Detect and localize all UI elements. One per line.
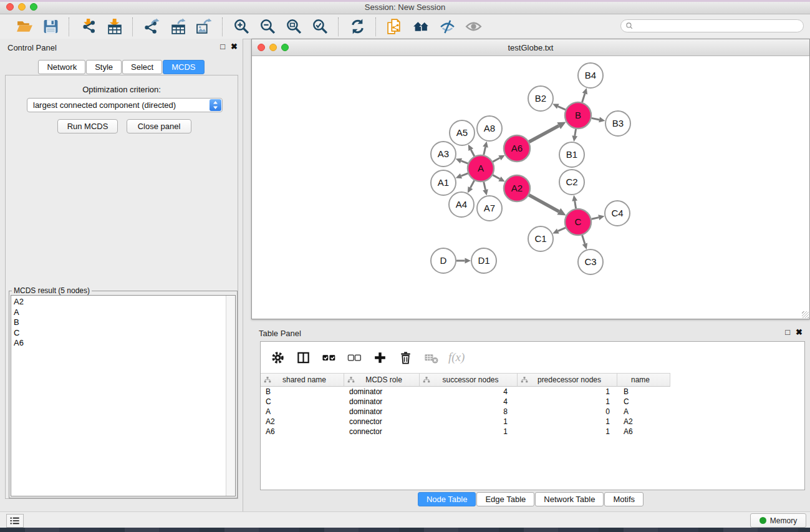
edge-B-B3[interactable] [592, 118, 600, 120]
select-all-button[interactable] [321, 349, 337, 365]
window-title: Session: New Session [0, 2, 810, 12]
open-network-file-button[interactable] [384, 17, 405, 36]
mcds-result-item[interactable]: A [14, 307, 235, 318]
zoom-in-button[interactable] [231, 17, 252, 36]
zoom-selected-button[interactable] [309, 17, 330, 36]
optimization-criterion-select[interactable]: largest connected component (directed) [27, 98, 223, 112]
mcds-result-item[interactable]: C [14, 328, 235, 339]
table-row[interactable]: Cdominator41C [261, 397, 804, 407]
tab-mcds[interactable]: MCDS [163, 60, 204, 74]
search-box[interactable] [620, 19, 804, 32]
cell-shared-name: A2 [261, 417, 344, 427]
network-title: testGlobe.txt [252, 43, 809, 52]
mcds-result-list[interactable]: A2ABCA6 [11, 295, 236, 496]
gear-button[interactable] [269, 349, 286, 365]
edge-A2-C[interactable] [529, 195, 559, 211]
result-scrollbar[interactable] [226, 296, 235, 496]
resize-grip[interactable] [802, 311, 809, 318]
tab-style[interactable]: Style [86, 60, 122, 74]
edge-C-C3[interactable] [582, 235, 585, 244]
mcds-result-item[interactable]: A2 [14, 297, 235, 307]
mcds-result-item[interactable]: A6 [14, 338, 235, 349]
delete-columns-button[interactable] [397, 349, 413, 365]
node-label-B1: B1 [566, 149, 577, 160]
edge-C-C1[interactable] [558, 228, 566, 231]
save-session-button[interactable] [40, 17, 61, 36]
tab-select[interactable]: Select [122, 60, 162, 74]
open-session-button[interactable] [14, 17, 35, 36]
network-graph[interactable]: AA6A2BCA5A8A3A1A4A7B2B4B3B1C2C1C3C4DD1 [252, 56, 809, 319]
edge-C-C4[interactable] [591, 218, 599, 220]
table-panel: Table Panel □ ✖ f(x) shared nameMCDS rol… [251, 324, 810, 511]
tab-network-table[interactable]: Network Table [535, 492, 604, 506]
memory-button[interactable]: Memory [750, 513, 806, 528]
table-header-row: shared nameMCDS rolesuccessor nodesprede… [261, 373, 670, 387]
close-panel-icon[interactable]: ✖ [231, 42, 238, 51]
edge-A-A4[interactable] [470, 180, 474, 188]
edge-A-A8[interactable] [484, 147, 486, 155]
node-label-A6: A6 [511, 143, 523, 153]
table-row[interactable]: Adominator80A [261, 407, 804, 417]
status-bar: Memory [0, 511, 810, 528]
list-icon [10, 516, 20, 525]
float-table-panel-icon[interactable]: □ [785, 328, 790, 337]
tab-node-table[interactable]: Node Table [418, 492, 476, 506]
task-history-button[interactable] [6, 514, 24, 528]
import-network-button[interactable] [77, 17, 99, 36]
cell-successor-nodes: 1 [420, 427, 518, 437]
export-image-button[interactable] [193, 17, 215, 36]
node-label-B4: B4 [585, 70, 596, 80]
edge-B-B4[interactable] [582, 94, 585, 102]
app-titlebar: Session: New Session [0, 0, 810, 14]
edge-B-B1[interactable] [575, 129, 576, 136]
edge-A-A2[interactable] [493, 175, 499, 179]
zoom-out-button[interactable] [257, 17, 278, 36]
add-column-button[interactable] [372, 349, 388, 365]
close-table-panel-icon[interactable]: ✖ [796, 328, 803, 337]
table-row[interactable]: A6connector11A6 [261, 427, 804, 437]
table-row[interactable]: A2connector11A2 [261, 417, 804, 427]
show-all-button[interactable] [463, 17, 484, 36]
edge-A6-B[interactable] [529, 126, 559, 142]
main-toolbar [0, 14, 810, 39]
refresh-layout-button[interactable] [347, 17, 368, 36]
split-panel-button[interactable] [295, 349, 311, 365]
column-header-name[interactable]: name [617, 373, 670, 387]
search-input[interactable] [634, 22, 803, 31]
export-table-button[interactable] [167, 17, 188, 36]
cell-successor-nodes: 1 [420, 417, 518, 427]
network-window-titlebar[interactable]: testGlobe.txt [252, 39, 809, 56]
column-header-shared-name[interactable]: shared name [261, 373, 344, 387]
edge-A-A5[interactable] [471, 150, 475, 157]
tab-network[interactable]: Network [38, 60, 85, 74]
export-network-button[interactable] [141, 17, 162, 36]
zoom-fit-button[interactable] [283, 17, 304, 36]
control-panel-header: Control Panel □ ✖ [0, 39, 243, 56]
selected-criterion: largest connected component (directed) [33, 100, 176, 110]
edge-A-A1[interactable] [461, 173, 468, 176]
edge-A-A3[interactable] [461, 161, 468, 163]
hide-selected-button[interactable] [436, 17, 458, 36]
cell-name: A [617, 407, 670, 417]
tab-edge-table[interactable]: Edge Table [476, 492, 534, 506]
mcds-result-item[interactable]: B [14, 317, 235, 328]
edge-B-B2[interactable] [558, 107, 566, 110]
cell-shared-name: C [261, 397, 344, 407]
column-header-MCDS-role[interactable]: MCDS role [344, 373, 420, 387]
deselect-all-button[interactable] [346, 349, 362, 365]
float-panel-icon[interactable]: □ [220, 42, 225, 51]
import-table-button[interactable] [104, 17, 125, 36]
edge-C-C2[interactable] [575, 201, 576, 208]
home-button[interactable] [410, 17, 432, 36]
network-canvas[interactable]: AA6A2BCA5A8A3A1A4A7B2B4B3B1C2C1C3C4DD1 [252, 56, 809, 319]
tree-icon [344, 376, 355, 384]
close-panel-button[interactable]: Close panel [127, 119, 191, 133]
table-row[interactable]: Bdominator41B [261, 387, 804, 397]
node-label-A4: A4 [456, 199, 467, 210]
column-header-successor-nodes[interactable]: successor nodes [420, 373, 518, 387]
edge-A-A6[interactable] [493, 158, 499, 162]
run-mcds-button[interactable]: Run MCDS [57, 119, 118, 133]
tab-motifs[interactable]: Motifs [604, 492, 644, 506]
column-header-predecessor-nodes[interactable]: predecessor nodes [518, 373, 617, 387]
edge-A-A7[interactable] [484, 181, 486, 190]
